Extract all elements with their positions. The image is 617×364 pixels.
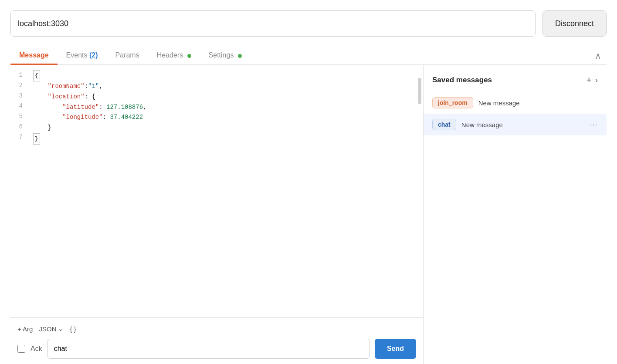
saved-messages-title: Saved messages — [432, 76, 583, 84]
add-arg-button[interactable]: + Arg — [17, 325, 33, 333]
more-options-button-chat[interactable]: ⋯ — [590, 120, 598, 129]
settings-dot — [238, 54, 242, 58]
saved-message-label-chat: New message — [461, 121, 584, 128]
line-numbers: 1 2 3 4 5 6 7 — [10, 70, 28, 312]
saved-message-item-join-room[interactable]: join_room New message — [424, 92, 607, 114]
content-area: 1 2 3 4 5 6 7 { "roomName":"1", "locatio… — [10, 65, 607, 364]
tabs-row: Message Events (2) Params Headers Settin… — [10, 47, 607, 65]
headers-dot — [187, 54, 191, 58]
left-panel: 1 2 3 4 5 6 7 { "roomName":"1", "locatio… — [10, 65, 424, 364]
event-badge-join-room: join_room — [432, 97, 473, 108]
events-badge: (2) — [89, 51, 98, 59]
scrollbar-vertical[interactable] — [418, 78, 421, 104]
event-input[interactable] — [47, 339, 370, 359]
url-bar: Disconnect — [10, 10, 607, 37]
tab-message[interactable]: Message — [10, 47, 58, 65]
code-editor[interactable]: 1 2 3 4 5 6 7 { "roomName":"1", "locatio… — [10, 65, 423, 318]
ack-checkbox[interactable] — [17, 345, 25, 353]
tab-settings[interactable]: Settings — [200, 47, 251, 65]
collapse-button[interactable]: ∧ — [590, 47, 607, 64]
ack-label: Ack — [31, 345, 42, 353]
send-button[interactable]: Send — [375, 339, 416, 359]
add-saved-message-button[interactable]: + — [586, 75, 592, 85]
json-format-select[interactable]: JSON ⌄ — [39, 325, 64, 333]
url-input[interactable] — [10, 10, 536, 37]
saved-message-item-chat[interactable]: chat New message ⋯ — [424, 114, 607, 135]
tab-events[interactable]: Events (2) — [58, 47, 107, 65]
bottom-toolbar: + Arg JSON ⌄ { } Ack Send — [10, 318, 423, 364]
arg-row: + Arg JSON ⌄ { } — [17, 325, 416, 333]
ack-row: Ack Send — [17, 339, 416, 359]
code-content[interactable]: { "roomName":"1", "location": { "latitud… — [28, 70, 423, 312]
saved-message-label-join-room: New message — [478, 99, 598, 107]
right-panel: Saved messages + › join_room New message… — [424, 65, 607, 364]
tab-params[interactable]: Params — [107, 47, 148, 65]
braces-button[interactable]: { } — [70, 325, 76, 333]
saved-messages-header: Saved messages + › — [424, 72, 607, 92]
disconnect-button[interactable]: Disconnect — [542, 10, 607, 37]
main-container: Disconnect Message Events (2) Params Hea… — [0, 0, 617, 364]
chevron-down-icon: ⌄ — [58, 325, 64, 333]
event-badge-chat: chat — [432, 119, 456, 130]
tab-headers[interactable]: Headers — [148, 47, 200, 65]
saved-messages-nav-button[interactable]: › — [595, 76, 598, 85]
